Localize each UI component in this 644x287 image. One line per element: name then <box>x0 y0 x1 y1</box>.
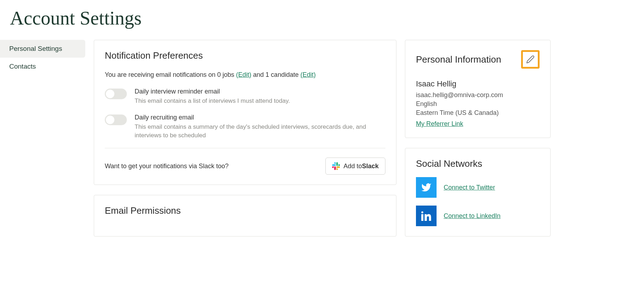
pref-desc: This email contains a summary of the day… <box>135 123 385 140</box>
email-permissions-heading: Email Permissions <box>105 205 385 216</box>
sidebar: Personal Settings Contacts <box>0 40 85 75</box>
toggle-daily-recruiting[interactable] <box>105 115 127 125</box>
personal-info-header: Personal Information <box>416 50 540 69</box>
divider <box>105 148 385 148</box>
personal-info-email: isaac.hellig@omniva-corp.com <box>416 91 540 99</box>
pref-text: Daily recruiting email This email contai… <box>135 114 385 140</box>
pencil-icon <box>526 55 535 64</box>
linkedin-icon <box>416 206 437 226</box>
aside-column: Personal Information Isaac Hellig isaac.… <box>405 40 551 246</box>
connect-linkedin-link[interactable]: Connect to LinkedIn <box>444 212 500 220</box>
notification-summary: You are receiving email notifications on… <box>105 71 385 79</box>
slack-prompt: Want to get your notifications via Slack… <box>105 163 229 170</box>
notification-summary-part1: You are receiving email notifications on… <box>105 71 236 78</box>
slack-btn-bold: Slack <box>362 163 379 170</box>
social-networks-heading: Social Networks <box>416 158 540 169</box>
social-networks-card: Social Networks Connect to Twitter Conne… <box>405 148 551 236</box>
notification-summary-part2: and 1 candidate <box>251 71 301 78</box>
referrer-link[interactable]: My Referrer Link <box>416 120 463 127</box>
pref-title: Daily interview reminder email <box>135 88 385 95</box>
sidebar-item-contacts[interactable]: Contacts <box>0 58 85 75</box>
layout: Personal Settings Contacts Notification … <box>0 40 644 261</box>
slack-btn-prefix: Add to <box>343 163 362 170</box>
sidebar-item-personal-settings[interactable]: Personal Settings <box>0 40 85 58</box>
personal-info-timezone: Eastern Time (US & Canada) <box>416 109 540 117</box>
personal-information-card: Personal Information Isaac Hellig isaac.… <box>405 40 551 138</box>
social-row-linkedin: Connect to LinkedIn <box>416 206 540 226</box>
social-row-twitter: Connect to Twitter <box>416 177 540 198</box>
toggle-daily-interview[interactable] <box>105 89 127 99</box>
add-to-slack-button[interactable]: Add to Slack <box>325 158 385 175</box>
personal-info-language: English <box>416 100 540 108</box>
email-permissions-card: Email Permissions <box>94 195 396 236</box>
pref-desc: This email contains a list of interviews… <box>135 97 385 105</box>
edit-personal-info-button[interactable] <box>521 50 540 69</box>
notification-preferences-card: Notification Preferences You are receivi… <box>94 40 396 185</box>
slack-row: Want to get your notifications via Slack… <box>105 158 385 175</box>
personal-information-heading: Personal Information <box>416 54 501 65</box>
personal-info-name: Isaac Hellig <box>416 79 540 89</box>
pref-text: Daily interview reminder email This emai… <box>135 88 385 105</box>
main-column: Notification Preferences You are receivi… <box>85 40 405 246</box>
notification-preferences-heading: Notification Preferences <box>105 50 385 61</box>
page-title: Account Settings <box>0 0 644 40</box>
twitter-icon <box>416 177 437 198</box>
edit-jobs-link[interactable]: (Edit) <box>236 71 251 78</box>
connect-twitter-link[interactable]: Connect to Twitter <box>444 184 495 191</box>
pref-row-daily-interview: Daily interview reminder email This emai… <box>105 88 385 105</box>
pref-row-daily-recruiting: Daily recruiting email This email contai… <box>105 114 385 140</box>
pref-title: Daily recruiting email <box>135 114 385 121</box>
edit-candidates-link[interactable]: (Edit) <box>301 71 316 78</box>
slack-icon <box>332 162 340 170</box>
